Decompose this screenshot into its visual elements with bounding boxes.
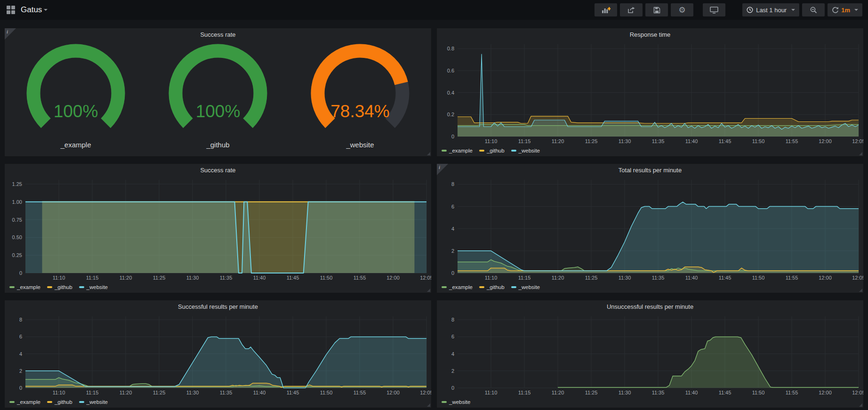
panel-info-corner[interactable]: i: [5, 28, 16, 40]
legend-item-_example[interactable]: _example: [9, 399, 40, 405]
x-axis-label: 11:25: [153, 275, 166, 281]
panel-unsuccessful-results: Unsuccessful results per minute 0246811:…: [436, 300, 864, 408]
refresh-interval-button[interactable]: 1m: [828, 3, 862, 16]
gauge-value: 100%: [5, 102, 146, 121]
panel-resize-handle[interactable]: [859, 152, 862, 155]
panel-resize-handle[interactable]: [427, 403, 430, 407]
panel-title-text: Successful results per minute: [178, 303, 258, 310]
time-range-picker[interactable]: Last 1 hour: [742, 3, 799, 16]
x-axis-label: 11:50: [752, 275, 765, 281]
panel-resize-handle[interactable]: [427, 152, 430, 155]
chart-legend: _example_github_website: [5, 282, 431, 293]
legend-item-_github[interactable]: _github: [479, 148, 505, 153]
legend-item-_website[interactable]: _website: [442, 399, 470, 405]
monitor-icon: [710, 7, 718, 14]
y-axis-label: 0: [19, 270, 22, 276]
x-axis-label: 11:45: [719, 138, 731, 144]
x-axis-label: 12:05: [852, 138, 863, 144]
x-axis-label: 11:15: [518, 138, 531, 144]
dashboard-grid: i Success rate 100% _example 100% _githu…: [0, 20, 868, 408]
x-axis-label: 12:05: [852, 390, 863, 395]
legend-swatch: [442, 286, 447, 288]
x-axis-label: 11:45: [719, 390, 731, 395]
chart-unsuccessful-results[interactable]: 0246811:1011:1511:2011:2511:3011:3511:40…: [437, 313, 863, 397]
x-axis-label: 11:50: [320, 390, 333, 395]
gauge-example: 100% _example: [5, 41, 146, 149]
x-axis-label: 11:40: [685, 390, 698, 395]
top-navbar: Gatus: [0, 0, 868, 20]
panel-title-success-rate-gauges[interactable]: Success rate: [5, 28, 431, 40]
panel-title-text: Unsuccessful results per minute: [607, 303, 693, 310]
x-axis-label: 12:00: [386, 390, 400, 395]
x-axis-label: 11:20: [120, 275, 132, 281]
chart-successful-results[interactable]: 0246811:1011:1511:2011:2511:3011:3511:40…: [5, 313, 431, 397]
y-axis-label: 0.2: [447, 112, 454, 117]
y-axis-label: 0: [451, 270, 454, 276]
x-axis-label: 12:00: [819, 390, 832, 395]
panel-title-unsuccessful-results[interactable]: Unsuccessful results per minute: [437, 300, 863, 313]
legend-item-_github[interactable]: _github: [47, 284, 72, 290]
y-axis-label: 4: [451, 351, 454, 357]
legend-label: _example: [449, 148, 473, 153]
settings-button[interactable]: ⚙: [671, 3, 693, 16]
legend-label: _github: [55, 284, 72, 290]
x-axis-label: 11:35: [652, 275, 665, 281]
share-button[interactable]: [620, 3, 643, 16]
x-axis-label: 11:15: [86, 275, 99, 281]
dashboards-grid-icon[interactable]: [7, 6, 15, 14]
series-fill-_website: [25, 202, 426, 273]
add-panel-button[interactable]: [595, 3, 617, 16]
x-axis-label: 11:15: [518, 390, 531, 395]
tv-mode-button[interactable]: [703, 3, 725, 16]
legend-swatch: [79, 401, 84, 403]
legend-item-_example[interactable]: _example: [442, 148, 473, 153]
panel-title-success-rate[interactable]: Success rate: [5, 164, 431, 176]
y-axis-label: 2: [451, 368, 454, 374]
panel-resize-handle[interactable]: [859, 403, 862, 407]
gauge-arc: [147, 41, 289, 138]
legend-item-_website[interactable]: _website: [79, 399, 108, 405]
x-axis-label: 11:10: [485, 138, 498, 144]
chart-total-results[interactable]: 0246811:1011:1511:2011:2511:3011:3511:40…: [437, 176, 863, 282]
legend-item-_example[interactable]: _example: [9, 284, 40, 290]
clock-icon: [747, 7, 753, 13]
chart-legend: _example_github_website: [5, 397, 431, 408]
legend-item-_website[interactable]: _website: [79, 284, 108, 290]
x-axis-label: 11:50: [752, 138, 765, 144]
legend-item-_github[interactable]: _github: [47, 399, 72, 405]
chart-svg: 00.250.500.751.001.2511:1011:1511:2011:2…: [5, 176, 431, 282]
panel-info-corner[interactable]: i: [437, 164, 448, 175]
chart-response-time[interactable]: 00.20.40.60.811:1011:1511:2011:2511:3011…: [437, 40, 863, 146]
zoom-out-button[interactable]: [802, 3, 825, 16]
x-axis-label: 11:30: [186, 275, 199, 281]
save-button[interactable]: [645, 3, 668, 16]
x-axis-label: 11:55: [786, 390, 798, 395]
panel-resize-handle[interactable]: [427, 289, 430, 292]
chevron-down-icon: [791, 9, 795, 11]
y-axis-label: 1.25: [12, 181, 22, 187]
panel-title-response-time[interactable]: Response time: [437, 28, 863, 40]
y-axis-label: 2: [451, 248, 454, 254]
legend-item-_example[interactable]: _example: [442, 284, 473, 290]
x-axis-label: 11:40: [685, 275, 698, 281]
legend-item-_github[interactable]: _github: [479, 284, 505, 290]
panel-success-rate-gauges: i Success rate 100% _example 100% _githu…: [4, 28, 432, 157]
panel-resize-handle[interactable]: [859, 289, 862, 292]
legend-swatch: [79, 286, 84, 288]
legend-swatch: [511, 150, 516, 152]
panel-title-successful-results[interactable]: Successful results per minute: [5, 300, 431, 313]
y-axis-label: 0: [19, 385, 22, 391]
chart-svg: 0246811:1011:1511:2011:2511:3011:3511:40…: [5, 313, 431, 397]
dashboard-title-dropdown[interactable]: Gatus: [21, 5, 48, 15]
x-axis-label: 11:25: [153, 390, 166, 395]
gauge-row: 100% _example 100% _github 78.34% _websi…: [5, 40, 431, 156]
legend-swatch: [47, 286, 52, 288]
legend-item-_website[interactable]: _website: [511, 284, 540, 290]
gauge-website: 78.34% _website: [289, 41, 431, 149]
y-axis-label: 8: [19, 317, 22, 322]
legend-item-_website[interactable]: _website: [511, 148, 540, 153]
x-axis-label: 11:25: [585, 390, 598, 395]
chart-success-rate[interactable]: 00.250.500.751.001.2511:1011:1511:2011:2…: [5, 176, 431, 282]
y-axis-label: 6: [451, 334, 454, 339]
panel-title-total-results[interactable]: Total results per minute: [437, 164, 863, 176]
